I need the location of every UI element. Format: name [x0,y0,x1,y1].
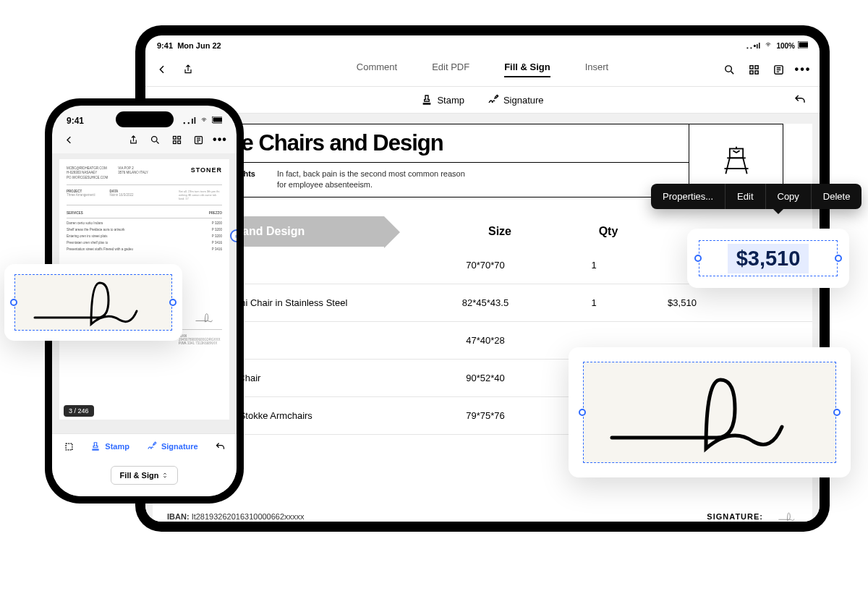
grid-icon[interactable] [170,133,183,146]
price-value: $3,510 [728,244,809,273]
service-price: P 3200 [212,221,222,225]
undo-icon[interactable] [793,93,807,106]
tab-editpdf[interactable]: Edit PDF [432,61,469,77]
context-copy[interactable]: Copy [766,184,812,209]
resize-handle-right[interactable] [835,255,842,262]
signature-glyph [601,369,818,456]
back-icon[interactable] [156,63,169,76]
svg-rect-6 [749,70,752,73]
stamp-icon [90,441,101,451]
more-icon[interactable]: ••• [213,133,226,146]
resize-handle-left[interactable] [10,299,17,306]
iban-value: It28193262016310000662xxxxx [192,512,305,521]
svg-point-3 [725,65,731,72]
tablet-secondary-toolbar: Stamp Signature [145,86,820,114]
svg-rect-7 [754,70,757,73]
page-indicator: 3 / 246 [64,405,94,417]
resize-handle-right[interactable] [169,299,176,306]
svg-rect-4 [749,65,752,68]
context-edit[interactable]: Edit [726,184,765,209]
phone-secondary-toolbar: Stamp Signature [52,433,237,459]
stamp-button[interactable]: Stamp [421,94,464,106]
phone-toolbar: ••• [52,126,237,153]
svg-rect-1 [799,43,809,48]
cell-size: 90*52*40 [413,373,558,383]
search-icon[interactable] [723,63,736,76]
tab-insert[interactable]: Insert [585,61,609,77]
crop-icon[interactable] [62,440,75,453]
tablet-date: Mon Jun 22 [177,41,221,50]
price-selection[interactable]: $3,510 [687,229,849,288]
service-name: Sheff areas the Preklace aura to artwork [67,228,124,231]
stamp-label: Stamp [105,442,129,451]
panel-icon[interactable] [772,63,785,76]
search-icon[interactable] [148,133,161,146]
svg-rect-19 [66,443,72,450]
svg-point-13 [151,136,157,142]
grid-icon[interactable] [747,63,760,76]
chair-icon [720,145,752,177]
document-tagline-1: In fact, back pain is the second most co… [277,169,465,179]
panel-icon[interactable] [192,133,205,146]
signature-button[interactable]: Signature [488,94,544,106]
signature-glyph [28,273,158,331]
battery-icon [798,41,808,50]
share-icon[interactable] [127,133,140,146]
svg-rect-5 [754,65,757,68]
resize-handle-left[interactable] [579,409,586,416]
resize-handle-right[interactable] [833,409,841,416]
tab-fillsign[interactable]: Fill & Sign [504,61,550,77]
signature-selection-large[interactable] [569,347,851,477]
wifi-icon [199,116,209,126]
undo-icon[interactable] [213,440,226,453]
service-price: P 3200 [212,228,222,231]
tablet-status-bar: 9:41 Mon Jun 22 ᎐᎐•ıl 100% [145,35,820,53]
context-properties[interactable]: Properties... [651,184,726,209]
label-services: SERVICES [67,211,83,215]
page-tab-handle[interactable]: = [230,229,237,242]
svg-rect-17 [177,140,180,143]
resize-handle-left[interactable] [694,255,702,262]
cell-total: $3,510 [630,297,734,308]
cell-size: 47*40*28 [413,335,558,346]
header-addr2: PO.WORCGESUHICE.COM [67,176,108,180]
more-icon[interactable]: ••• [796,63,809,76]
tablet-toolbar: Comment Edit PDF Fill & Sign Insert ••• [145,53,820,86]
service-price: P 3416 [212,241,222,245]
signature-icon [488,94,499,106]
th-size: Size [427,225,572,238]
signature-glyph-small [778,510,798,522]
cell-size: 82*45*43.5 [413,297,558,308]
cell-qty: 1 [558,297,630,308]
label-prezzo: PREZZO [209,211,222,215]
stamp-label: Stamp [437,95,464,106]
svg-rect-16 [173,140,176,143]
service-price: P 3416 [212,247,222,251]
context-delete[interactable]: Delete [812,184,862,209]
svg-rect-15 [177,136,180,139]
document-title: Office Chairs and Design [182,124,689,163]
phone-time: 9:41 [67,116,84,126]
signature-selection-small[interactable] [4,264,182,341]
signature-label: SIGNATURE: [707,512,763,521]
tab-comment[interactable]: Comment [357,61,397,77]
stamp-icon [421,94,433,106]
mode-select-button[interactable]: Fill & Sign [111,466,179,485]
service-name: Presentation street staffs Firered with … [67,247,133,251]
back-icon[interactable] [62,133,75,146]
service-price: P 3200 [212,234,222,238]
stamp-button[interactable]: Stamp [90,441,129,451]
svg-rect-14 [173,136,176,139]
service-name: Entering oren iru street plats [67,234,108,238]
cell-size: 79*75*76 [413,410,558,421]
share-icon[interactable] [182,63,195,76]
signature-label: Signature [503,95,544,106]
th-qty: Qty [572,225,644,238]
signature-button[interactable]: Signature [147,441,198,451]
signature-icon [147,441,157,451]
cell-qty: 1 [558,260,630,271]
tablet-time: 9:41 [157,41,173,50]
table-row[interactable]: Ghidini 1961 Miami Chair in Stainless St… [153,284,812,322]
phone-brand: STONER [191,166,222,174]
signature-label: Signature [161,442,198,451]
